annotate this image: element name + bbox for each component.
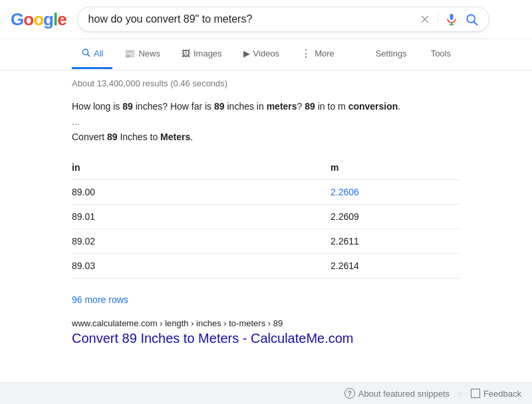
snippet-mid4: in to m: [315, 101, 348, 112]
cell-m[interactable]: 2.2606: [104, 179, 460, 204]
featured-snippets-label: About featured snippets: [358, 389, 450, 399]
cell-m: 2.2614: [104, 253, 460, 278]
col-in-header: in: [72, 155, 104, 180]
table-row: 89.022.2611: [72, 229, 460, 253]
cell-in: 89.01: [72, 204, 104, 229]
snippet-pre1: How long is: [72, 101, 122, 112]
news-tab-icon: 📰: [124, 49, 135, 58]
tabs-bar: All 📰 News 🖼 Images ▶ Videos ⋮ More Sett…: [0, 39, 532, 70]
tab-news-label: News: [138, 49, 160, 58]
search-bar: [77, 7, 489, 32]
cell-in: 89.02: [72, 229, 104, 253]
info-icon: ?: [344, 388, 355, 399]
tab-tools-label: Tools: [431, 49, 451, 58]
snippet-mid3: ?: [297, 101, 305, 112]
videos-tab-icon: ▶: [243, 49, 250, 58]
tab-news[interactable]: 📰 News: [115, 41, 170, 68]
tab-images[interactable]: 🖼 Images: [172, 41, 231, 68]
snippet-line2: Convert 89 Inches to Meters.: [72, 130, 460, 144]
table-row: 89.002.2606: [72, 179, 460, 204]
ellipsis: ...: [72, 116, 460, 127]
clear-button[interactable]: [419, 13, 431, 25]
header: Google: [0, 0, 532, 39]
cell-in: 89.03: [72, 253, 104, 278]
search-icon: [465, 13, 478, 26]
featured-snippets-item[interactable]: ? About featured snippets: [344, 388, 450, 399]
tab-videos[interactable]: ▶ Videos: [234, 41, 289, 68]
search-results: About 13,400,000 results (0.46 seconds) …: [0, 70, 532, 359]
tab-tools[interactable]: Tools: [422, 41, 460, 68]
more-tab-icon: ⋮: [301, 47, 311, 60]
images-tab-icon: 🖼: [182, 49, 190, 58]
table-row: 89.032.2614: [72, 253, 460, 278]
snippet-mid1: inches? How far is: [133, 101, 214, 112]
svg-rect-2: [450, 14, 453, 20]
snippet-mid2: inches in: [225, 101, 267, 112]
feedback-label: Feedback: [483, 389, 521, 399]
mic-icon: [445, 13, 458, 26]
tab-more[interactable]: ⋮ More: [291, 39, 344, 70]
cell-m: 2.2609: [104, 204, 460, 229]
conversion-table: in m 89.002.260689.012.260989.022.261189…: [72, 155, 460, 278]
tab-videos-label: Videos: [253, 49, 280, 58]
tab-settings[interactable]: Settings: [366, 41, 416, 68]
tab-all-label: All: [94, 49, 103, 58]
snippet-b6: 89: [107, 132, 118, 142]
snippet-b3: meters: [267, 101, 297, 112]
snippet-b1: 89: [122, 101, 133, 112]
logo-letter-o2: o: [33, 9, 43, 29]
results-count: About 13,400,000 results (0.46 seconds): [72, 78, 460, 88]
snippet-b7: Meters: [160, 132, 190, 142]
more-rows-link[interactable]: 96 more rows: [72, 294, 128, 305]
divider: [438, 13, 438, 26]
table-row: 89.012.2609: [72, 204, 460, 229]
snippet-b5: conversion: [348, 101, 398, 112]
logo-letter-g2: g: [43, 9, 53, 29]
tab-settings-label: Settings: [376, 49, 407, 58]
tab-all[interactable]: All: [72, 40, 112, 69]
tab-images-label: Images: [194, 49, 222, 58]
svg-line-6: [473, 22, 477, 25]
tab-more-label: More: [315, 49, 334, 58]
result-title-link[interactable]: Convert 89 Inches to Meters - CalculateM…: [72, 331, 460, 346]
col-m-header: m: [104, 155, 460, 180]
snippet-pre2: Convert: [72, 132, 107, 142]
feedback-item[interactable]: Feedback: [471, 389, 521, 399]
close-icon: [419, 13, 431, 25]
google-logo: Google: [11, 9, 66, 30]
footer-separator: ■: [458, 389, 463, 399]
snippet-b2: 89: [214, 101, 225, 112]
tabs-right: Settings Tools: [366, 41, 460, 68]
logo-letter-g: G: [11, 9, 23, 29]
snippet-end1: .: [398, 101, 400, 112]
snippet-b4: 89: [305, 101, 315, 112]
footer: ? About featured snippets ■ Feedback: [0, 382, 532, 404]
voice-search-button[interactable]: [445, 13, 458, 26]
logo-letter-o1: o: [23, 9, 33, 29]
snippet-end2: .: [190, 132, 193, 142]
all-tab-icon: [81, 48, 90, 59]
cell-m: 2.2611: [104, 229, 460, 253]
search-button[interactable]: [465, 13, 478, 26]
logo-letter-e: e: [57, 9, 66, 29]
search-input[interactable]: [88, 13, 414, 25]
source-url: www.calculateme.com › length › inches › …: [72, 318, 460, 328]
search-bar-icons: [419, 13, 478, 26]
svg-line-8: [88, 54, 90, 56]
cell-m-link[interactable]: 2.2606: [331, 187, 359, 197]
snippet-mid5: Inches to: [118, 132, 161, 142]
feedback-icon: [471, 389, 480, 398]
cell-in: 89.00: [72, 179, 104, 204]
snippet-line1: How long is 89 inches? How far is 89 inc…: [72, 99, 460, 114]
